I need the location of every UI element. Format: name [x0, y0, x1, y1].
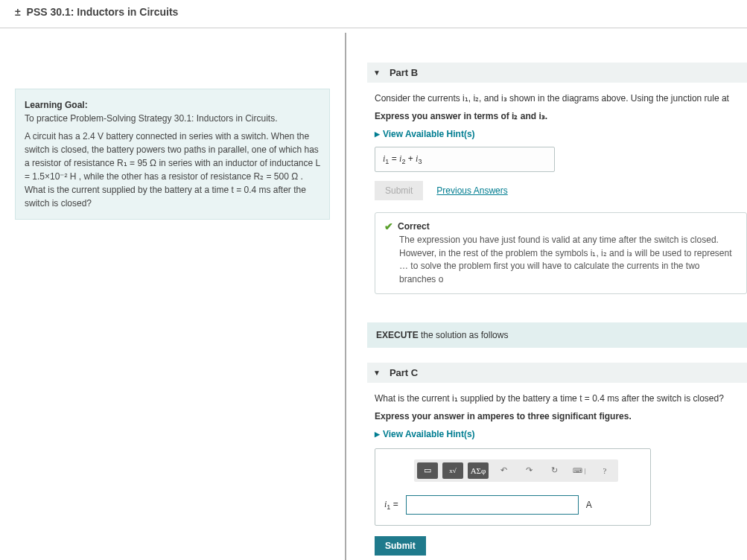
redo-icon[interactable]: ↷: [518, 462, 539, 479]
greek-tool-icon[interactable]: ΑΣφ: [468, 462, 489, 479]
triangle-right-icon: ▶: [375, 430, 380, 438]
learning-goal-text: To practice Problem-Solving Strategy 30.…: [25, 113, 277, 124]
answer-input[interactable]: [406, 495, 579, 515]
equation-toolbar: ▭ x√ ΑΣφ ↶ ↷ ↻ ⌨ | ?: [414, 459, 618, 482]
part-b-question: Consider the currents i₁, i₂, and i₃ sho…: [375, 93, 747, 104]
submit-button-b: Submit: [375, 181, 423, 200]
page-title: ± PSS 30.1: Inductors in Circuits: [0, 0, 747, 22]
left-panel: Learning Goal: To practice Problem-Solvi…: [0, 33, 346, 560]
learning-goal-box: Learning Goal: To practice Problem-Solvi…: [15, 89, 330, 220]
part-b-body: Consider the currents i₁, i₂, and i₃ sho…: [367, 83, 747, 308]
submit-button-c[interactable]: Submit: [375, 536, 426, 556]
keyboard-icon[interactable]: ⌨ |: [569, 462, 590, 479]
plusminus-icon: ±: [15, 6, 21, 18]
execute-section: EXECUTE the solution as follows: [367, 322, 747, 348]
feedback-text: The expression you have just found is va…: [384, 234, 737, 286]
answer-widget: ▭ x√ ΑΣφ ↶ ↷ ↻ ⌨ | ? i1 = A: [375, 448, 651, 526]
fraction-tool-icon[interactable]: x√: [442, 462, 463, 479]
triangle-right-icon: ▶: [375, 130, 380, 138]
part-c-question: What is the current i₁ supplied by the b…: [375, 393, 747, 404]
view-hints-c[interactable]: ▶ View Available Hint(s): [375, 429, 747, 439]
caret-down-icon: ▼: [373, 369, 381, 377]
right-panel: ▼ Part B Consider the currents i₁, i₂, a…: [346, 33, 747, 560]
part-c-body: What is the current i₁ supplied by the b…: [367, 383, 747, 560]
template-tool-icon[interactable]: ▭: [417, 462, 438, 479]
part-b-header[interactable]: ▼ Part B: [367, 63, 747, 83]
problem-statement: A circuit has a 2.4 V battery connected …: [25, 131, 320, 209]
part-c-header[interactable]: ▼ Part C: [367, 363, 747, 383]
caret-down-icon: ▼: [373, 69, 381, 77]
check-icon: ✔: [384, 220, 393, 232]
correct-label: Correct: [398, 221, 430, 232]
answer-unit: A: [586, 500, 592, 510]
undo-icon[interactable]: ↶: [493, 462, 514, 479]
part-b-answer-display: i1 = i2 + i3: [375, 147, 555, 172]
reset-icon[interactable]: ↻: [544, 462, 565, 479]
part-b-instruct: Express you answer in terms of i₂ and i₃…: [375, 111, 547, 121]
learning-goal-label: Learning Goal:: [25, 100, 88, 110]
part-c-instruct: Express your answer in amperes to three …: [375, 411, 632, 421]
divider: [0, 28, 747, 28]
previous-answers-link[interactable]: Previous Answers: [436, 185, 507, 196]
view-hints-b[interactable]: ▶ View Available Hint(s): [375, 129, 747, 139]
feedback-box: ✔ Correct The expression you have just f…: [375, 212, 747, 294]
answer-var-label: i1 =: [384, 499, 398, 511]
help-icon[interactable]: ?: [594, 462, 615, 479]
